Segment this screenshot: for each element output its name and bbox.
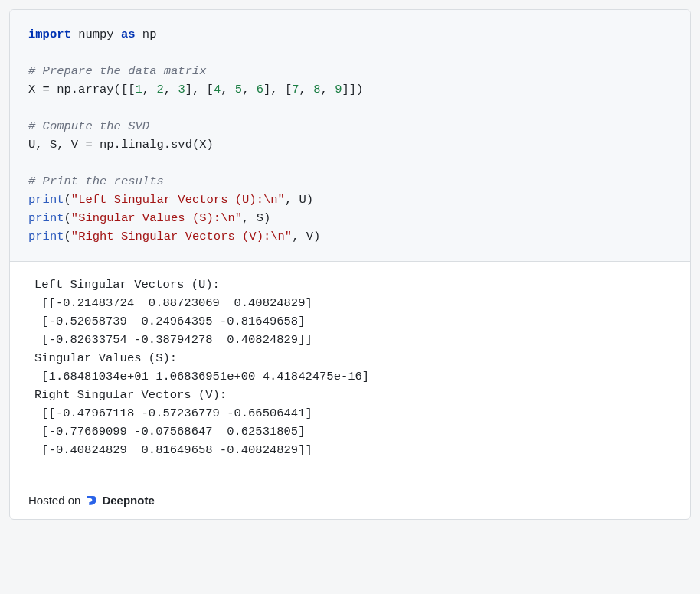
- code-line: U, S, V = np.linalg.svd(X): [28, 138, 214, 152]
- code-line: print("Right Singular Vectors (V):\n", V…: [28, 230, 320, 243]
- code-line: print("Left Singular Vectors (U):\n", U): [28, 193, 313, 207]
- code-line: X = np.array([[1, 2, 3], [4, 5, 6], [7, …: [28, 83, 363, 96]
- code-input[interactable]: import numpy as np # Prepare the data ma…: [10, 10, 690, 262]
- code-line: import numpy as np: [28, 28, 156, 41]
- code-line: # Compute the SVD: [28, 119, 149, 133]
- deepnote-logo-icon: [85, 494, 97, 507]
- code-line: # Print the results: [28, 175, 164, 188]
- footer-brand: Deepnote: [102, 494, 154, 507]
- hosted-footer[interactable]: Hosted on Deepnote: [10, 481, 690, 519]
- notebook-cell: import numpy as np # Prepare the data ma…: [9, 9, 691, 520]
- code-line: # Prepare the data matrix: [28, 64, 207, 78]
- code-line: print("Singular Values (S):\n", S): [28, 211, 270, 225]
- code-output: Left Singular Vectors (U): [[-0.21483724…: [10, 262, 690, 481]
- footer-prefix: Hosted on: [28, 494, 80, 507]
